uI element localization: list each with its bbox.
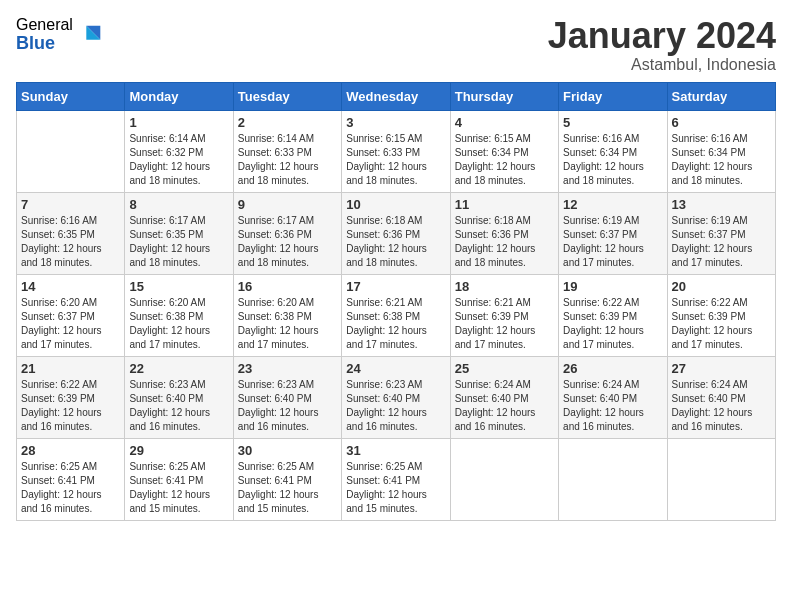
day-number: 19 [563, 279, 662, 294]
day-info: Sunrise: 6:19 AMSunset: 6:37 PMDaylight:… [563, 214, 662, 270]
day-number: 4 [455, 115, 554, 130]
day-info: Sunrise: 6:22 AMSunset: 6:39 PMDaylight:… [672, 296, 771, 352]
calendar-cell: 4Sunrise: 6:15 AMSunset: 6:34 PMDaylight… [450, 110, 558, 192]
day-number: 8 [129, 197, 228, 212]
calendar-cell: 8Sunrise: 6:17 AMSunset: 6:35 PMDaylight… [125, 192, 233, 274]
day-number: 18 [455, 279, 554, 294]
calendar-cell: 31Sunrise: 6:25 AMSunset: 6:41 PMDayligh… [342, 438, 450, 520]
calendar-cell: 13Sunrise: 6:19 AMSunset: 6:37 PMDayligh… [667, 192, 775, 274]
calendar-cell: 10Sunrise: 6:18 AMSunset: 6:36 PMDayligh… [342, 192, 450, 274]
calendar-cell: 17Sunrise: 6:21 AMSunset: 6:38 PMDayligh… [342, 274, 450, 356]
day-info: Sunrise: 6:23 AMSunset: 6:40 PMDaylight:… [346, 378, 445, 434]
day-header-saturday: Saturday [667, 82, 775, 110]
day-number: 23 [238, 361, 337, 376]
day-info: Sunrise: 6:19 AMSunset: 6:37 PMDaylight:… [672, 214, 771, 270]
day-number: 17 [346, 279, 445, 294]
day-number: 9 [238, 197, 337, 212]
location-subtitle: Astambul, Indonesia [548, 56, 776, 74]
day-info: Sunrise: 6:25 AMSunset: 6:41 PMDaylight:… [238, 460, 337, 516]
calendar-cell: 15Sunrise: 6:20 AMSunset: 6:38 PMDayligh… [125, 274, 233, 356]
day-info: Sunrise: 6:20 AMSunset: 6:37 PMDaylight:… [21, 296, 120, 352]
calendar-cell: 6Sunrise: 6:16 AMSunset: 6:34 PMDaylight… [667, 110, 775, 192]
day-number: 13 [672, 197, 771, 212]
day-number: 2 [238, 115, 337, 130]
day-info: Sunrise: 6:20 AMSunset: 6:38 PMDaylight:… [129, 296, 228, 352]
calendar-cell: 23Sunrise: 6:23 AMSunset: 6:40 PMDayligh… [233, 356, 341, 438]
calendar-cell: 30Sunrise: 6:25 AMSunset: 6:41 PMDayligh… [233, 438, 341, 520]
day-number: 5 [563, 115, 662, 130]
calendar-cell: 22Sunrise: 6:23 AMSunset: 6:40 PMDayligh… [125, 356, 233, 438]
calendar-cell: 2Sunrise: 6:14 AMSunset: 6:33 PMDaylight… [233, 110, 341, 192]
day-number: 29 [129, 443, 228, 458]
day-number: 1 [129, 115, 228, 130]
day-header-wednesday: Wednesday [342, 82, 450, 110]
calendar-cell [17, 110, 125, 192]
calendar-cell: 11Sunrise: 6:18 AMSunset: 6:36 PMDayligh… [450, 192, 558, 274]
day-info: Sunrise: 6:14 AMSunset: 6:32 PMDaylight:… [129, 132, 228, 188]
day-number: 20 [672, 279, 771, 294]
day-header-monday: Monday [125, 82, 233, 110]
day-info: Sunrise: 6:16 AMSunset: 6:34 PMDaylight:… [672, 132, 771, 188]
day-info: Sunrise: 6:24 AMSunset: 6:40 PMDaylight:… [672, 378, 771, 434]
calendar-cell: 3Sunrise: 6:15 AMSunset: 6:33 PMDaylight… [342, 110, 450, 192]
day-number: 6 [672, 115, 771, 130]
day-info: Sunrise: 6:17 AMSunset: 6:36 PMDaylight:… [238, 214, 337, 270]
day-info: Sunrise: 6:23 AMSunset: 6:40 PMDaylight:… [238, 378, 337, 434]
day-info: Sunrise: 6:24 AMSunset: 6:40 PMDaylight:… [455, 378, 554, 434]
day-number: 28 [21, 443, 120, 458]
calendar-cell: 16Sunrise: 6:20 AMSunset: 6:38 PMDayligh… [233, 274, 341, 356]
day-number: 22 [129, 361, 228, 376]
calendar-cell: 9Sunrise: 6:17 AMSunset: 6:36 PMDaylight… [233, 192, 341, 274]
calendar-week-1: 1Sunrise: 6:14 AMSunset: 6:32 PMDaylight… [17, 110, 776, 192]
day-info: Sunrise: 6:17 AMSunset: 6:35 PMDaylight:… [129, 214, 228, 270]
day-header-tuesday: Tuesday [233, 82, 341, 110]
day-number: 31 [346, 443, 445, 458]
day-number: 30 [238, 443, 337, 458]
logo: General Blue [16, 16, 105, 53]
calendar-cell: 7Sunrise: 6:16 AMSunset: 6:35 PMDaylight… [17, 192, 125, 274]
calendar-cell: 14Sunrise: 6:20 AMSunset: 6:37 PMDayligh… [17, 274, 125, 356]
day-header-friday: Friday [559, 82, 667, 110]
calendar-cell: 19Sunrise: 6:22 AMSunset: 6:39 PMDayligh… [559, 274, 667, 356]
day-number: 10 [346, 197, 445, 212]
day-info: Sunrise: 6:18 AMSunset: 6:36 PMDaylight:… [346, 214, 445, 270]
calendar-cell: 1Sunrise: 6:14 AMSunset: 6:32 PMDaylight… [125, 110, 233, 192]
calendar-cell: 24Sunrise: 6:23 AMSunset: 6:40 PMDayligh… [342, 356, 450, 438]
day-number: 24 [346, 361, 445, 376]
calendar-week-3: 14Sunrise: 6:20 AMSunset: 6:37 PMDayligh… [17, 274, 776, 356]
day-info: Sunrise: 6:23 AMSunset: 6:40 PMDaylight:… [129, 378, 228, 434]
day-number: 27 [672, 361, 771, 376]
calendar-cell [559, 438, 667, 520]
logo-icon [77, 21, 105, 49]
day-info: Sunrise: 6:25 AMSunset: 6:41 PMDaylight:… [129, 460, 228, 516]
day-header-sunday: Sunday [17, 82, 125, 110]
day-number: 15 [129, 279, 228, 294]
day-number: 7 [21, 197, 120, 212]
day-info: Sunrise: 6:15 AMSunset: 6:34 PMDaylight:… [455, 132, 554, 188]
day-number: 12 [563, 197, 662, 212]
calendar-cell [667, 438, 775, 520]
day-info: Sunrise: 6:21 AMSunset: 6:38 PMDaylight:… [346, 296, 445, 352]
calendar-cell [450, 438, 558, 520]
day-info: Sunrise: 6:20 AMSunset: 6:38 PMDaylight:… [238, 296, 337, 352]
day-number: 14 [21, 279, 120, 294]
day-info: Sunrise: 6:18 AMSunset: 6:36 PMDaylight:… [455, 214, 554, 270]
day-info: Sunrise: 6:16 AMSunset: 6:35 PMDaylight:… [21, 214, 120, 270]
day-info: Sunrise: 6:16 AMSunset: 6:34 PMDaylight:… [563, 132, 662, 188]
calendar-week-2: 7Sunrise: 6:16 AMSunset: 6:35 PMDaylight… [17, 192, 776, 274]
day-info: Sunrise: 6:22 AMSunset: 6:39 PMDaylight:… [563, 296, 662, 352]
day-info: Sunrise: 6:22 AMSunset: 6:39 PMDaylight:… [21, 378, 120, 434]
calendar-cell: 5Sunrise: 6:16 AMSunset: 6:34 PMDaylight… [559, 110, 667, 192]
day-info: Sunrise: 6:25 AMSunset: 6:41 PMDaylight:… [21, 460, 120, 516]
day-number: 26 [563, 361, 662, 376]
day-number: 16 [238, 279, 337, 294]
calendar-cell: 18Sunrise: 6:21 AMSunset: 6:39 PMDayligh… [450, 274, 558, 356]
calendar-week-5: 28Sunrise: 6:25 AMSunset: 6:41 PMDayligh… [17, 438, 776, 520]
logo-blue: Blue [16, 34, 73, 54]
calendar-header-row: SundayMondayTuesdayWednesdayThursdayFrid… [17, 82, 776, 110]
day-info: Sunrise: 6:21 AMSunset: 6:39 PMDaylight:… [455, 296, 554, 352]
day-info: Sunrise: 6:24 AMSunset: 6:40 PMDaylight:… [563, 378, 662, 434]
day-info: Sunrise: 6:15 AMSunset: 6:33 PMDaylight:… [346, 132, 445, 188]
calendar-cell: 21Sunrise: 6:22 AMSunset: 6:39 PMDayligh… [17, 356, 125, 438]
logo-text: General Blue [16, 16, 73, 53]
